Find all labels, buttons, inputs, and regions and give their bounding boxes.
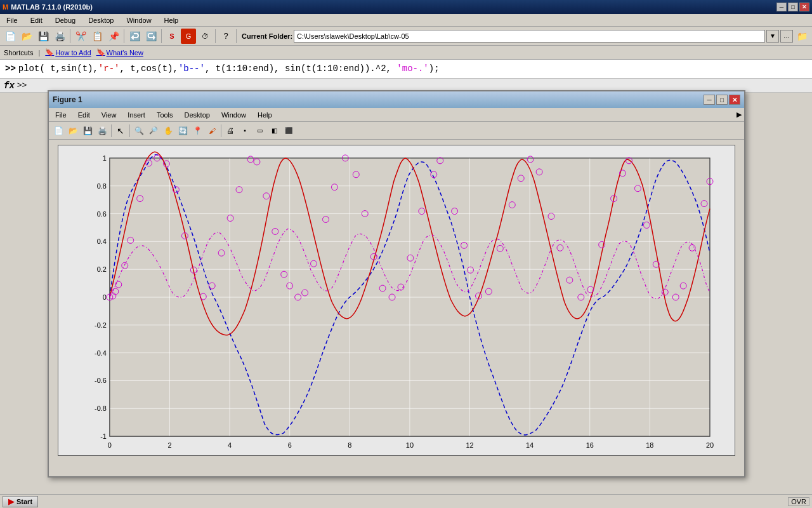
command-area: >> plot( t,sin(t),'r-', t,cos(t),'b--', … xyxy=(0,60,812,79)
minimize-button[interactable]: ─ xyxy=(776,3,787,11)
figure-title: Figure 1 xyxy=(53,95,82,104)
toolbar-sep4 xyxy=(215,29,216,43)
redo-button[interactable]: ↪️ xyxy=(143,29,159,44)
toolbar-sep5 xyxy=(236,29,237,43)
fig-menu-desktop[interactable]: Desktop xyxy=(181,110,214,119)
path-dropdown-button[interactable]: ▼ xyxy=(766,30,779,43)
fig-menu-view[interactable]: View xyxy=(98,110,121,119)
command-prompt: >> xyxy=(5,62,16,76)
profiler-button[interactable]: ⏱ xyxy=(197,29,213,44)
menu-window[interactable]: Window xyxy=(122,16,155,25)
svg-text:-0.2: -0.2 xyxy=(95,321,107,329)
svg-text:1: 1 xyxy=(103,154,107,162)
svg-text:-0.4: -0.4 xyxy=(95,349,107,357)
main-toolbar: 📄 📂 💾 🖨️ ✂️ 📋 📌 ↩️ ↪️ S G ⏱ ? Current Fo… xyxy=(0,27,812,46)
fig-menu-file[interactable]: File xyxy=(51,110,70,119)
plot-area: 1 0.8 0.6 0.4 0.2 0 -0.2 -0.4 -0.6 -0.8 … xyxy=(58,145,735,456)
print-button[interactable]: 🖨️ xyxy=(52,29,67,44)
svg-text:6: 6 xyxy=(288,441,292,449)
toolbar-sep1 xyxy=(70,29,70,43)
whats-new-link[interactable]: 🔖 What's New xyxy=(96,48,143,57)
restore-button[interactable]: □ xyxy=(788,3,798,11)
svg-text:2: 2 xyxy=(167,441,171,449)
undo-button[interactable]: ↩️ xyxy=(127,29,142,44)
simulink-button[interactable]: S xyxy=(164,29,180,44)
ovr-badge: OVR xyxy=(788,497,809,506)
fig-zoom-out-button[interactable]: 🔎 xyxy=(147,124,160,138)
svg-text:18: 18 xyxy=(646,441,653,449)
fig-toggle4-button[interactable]: ⬛ xyxy=(282,124,296,138)
new-file-button[interactable]: 📄 xyxy=(3,29,18,44)
code-mid1: , t,cos(t), xyxy=(119,64,178,74)
fig-menu-window[interactable]: Window xyxy=(218,110,250,119)
shortcuts-bar: Shortcuts | 🔖 How to Add 🔖 What's New xyxy=(0,46,812,60)
plot-container: 1 0.8 0.6 0.4 0.2 0 -0.2 -0.4 -0.6 -0.8 … xyxy=(49,140,744,460)
svg-text:0: 0 xyxy=(108,441,112,449)
fig-restore-button[interactable]: □ xyxy=(716,95,728,105)
svg-text:20: 20 xyxy=(706,441,714,449)
fig-menu-insert[interactable]: Insert xyxy=(124,110,149,119)
menu-debug[interactable]: Debug xyxy=(51,16,79,25)
titlebar-left: M MATLAB 7.11.0 (R2010b) xyxy=(3,3,93,11)
toolbar-sep3 xyxy=(161,29,162,43)
svg-text:12: 12 xyxy=(466,441,473,449)
svg-text:0.6: 0.6 xyxy=(97,210,107,218)
figure-window: Figure 1 ─ □ ✕ File Edit View Insert Too… xyxy=(48,90,745,478)
path-input[interactable] xyxy=(294,30,765,43)
fig-minimize-button[interactable]: ─ xyxy=(704,95,715,105)
fig-rotate-button[interactable]: 🔄 xyxy=(176,124,190,138)
menu-help[interactable]: Help xyxy=(160,16,183,25)
fig-print2-button[interactable]: 🖨 xyxy=(223,124,237,138)
fig-close-button[interactable]: ✕ xyxy=(729,95,740,105)
fig-pan-button[interactable]: ✋ xyxy=(161,124,175,138)
fig-pointer-button[interactable]: ↖ xyxy=(114,124,128,138)
command-text: plot( t,sin(t),'r-', t,cos(t),'b--', t(1… xyxy=(18,62,440,76)
fig-sep3 xyxy=(221,124,221,137)
how-to-add-link[interactable]: 🔖 How to Add xyxy=(45,48,91,57)
figure-titlebar: Figure 1 ─ □ ✕ xyxy=(49,91,744,108)
fig-datacursor-button[interactable]: 📍 xyxy=(190,124,204,138)
main-titlebar: M MATLAB 7.11.0 (R2010b) ─ □ ✕ xyxy=(0,0,812,14)
menu-desktop[interactable]: Desktop xyxy=(84,16,117,25)
code-end: ); xyxy=(429,64,440,74)
code-mid2: , t(1:10:end), sin(t(1:10:end)).^2, xyxy=(205,64,396,74)
start-icon: ▶ xyxy=(8,497,14,506)
svg-text:-0.8: -0.8 xyxy=(95,404,107,412)
fig-print-button[interactable]: 🖨️ xyxy=(95,124,109,138)
window-title: MATLAB 7.11.0 (R2010b) xyxy=(11,3,93,11)
fig-open-button[interactable]: 📂 xyxy=(66,124,80,138)
menu-file[interactable]: File xyxy=(3,16,22,25)
fig-zoom-in-button[interactable]: 🔍 xyxy=(132,124,146,138)
fig-save-button[interactable]: 💾 xyxy=(81,124,95,138)
browse-button[interactable]: 📁 xyxy=(794,29,809,44)
save-button[interactable]: 💾 xyxy=(36,29,51,44)
fig-toggle3-button[interactable]: ◧ xyxy=(267,124,281,138)
svg-text:4: 4 xyxy=(228,441,232,449)
fig-menu-help[interactable]: Help xyxy=(254,110,276,119)
open-button[interactable]: 📂 xyxy=(19,29,34,44)
fig-expand-button[interactable]: ▶ xyxy=(737,110,742,119)
fig-menu-tools[interactable]: Tools xyxy=(153,110,177,119)
bookmark-icon2: 🔖 xyxy=(96,48,105,57)
style-mo: 'mo-.' xyxy=(396,64,428,74)
start-button[interactable]: ▶ Start xyxy=(3,496,38,507)
fig-brush-button[interactable]: 🖌 xyxy=(205,124,219,138)
fig-toggle2-button[interactable]: ▭ xyxy=(252,124,266,138)
copy-button[interactable]: 📋 xyxy=(89,29,105,44)
path-options-button[interactable]: … xyxy=(780,30,793,43)
fig-toggle1-button[interactable]: ▪ xyxy=(238,124,252,138)
svg-text:16: 16 xyxy=(586,441,594,449)
style-r: 'r-' xyxy=(98,64,120,74)
help-button[interactable]: ? xyxy=(218,29,233,44)
start-label: Start xyxy=(16,498,32,505)
menu-edit[interactable]: Edit xyxy=(27,16,46,25)
close-button[interactable]: ✕ xyxy=(799,3,809,11)
style-b: 'b--' xyxy=(178,64,205,74)
fig-menu-edit[interactable]: Edit xyxy=(74,110,94,119)
paste-button[interactable]: 📌 xyxy=(106,29,121,44)
fig-new-button[interactable]: 📄 xyxy=(51,124,65,138)
guide-button[interactable]: G xyxy=(181,29,196,44)
statusbar: ▶ Start OVR xyxy=(0,494,812,508)
svg-text:14: 14 xyxy=(526,441,534,449)
cut-button[interactable]: ✂️ xyxy=(73,29,88,44)
